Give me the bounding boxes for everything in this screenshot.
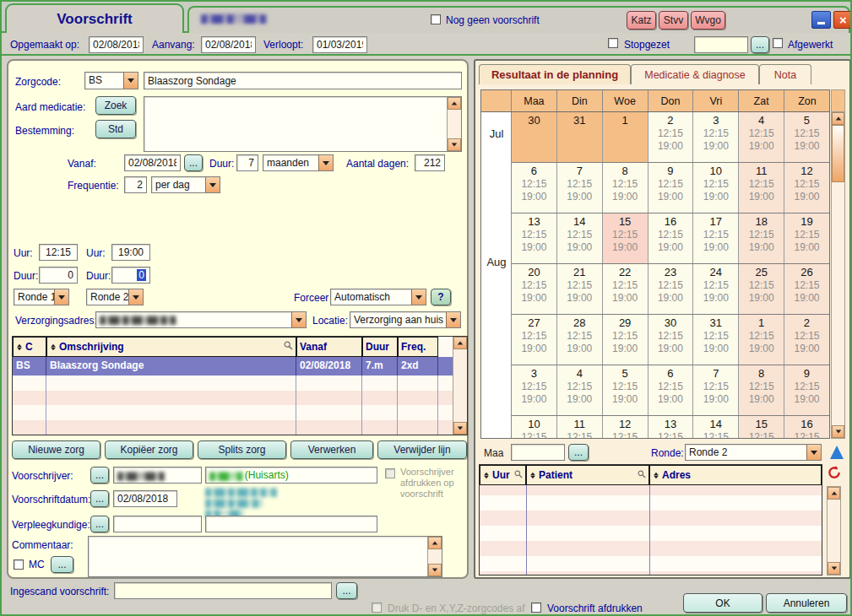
voorschrijver-field[interactable]: ▓▒▓▓▒▒▓▓▒▓ <box>113 467 202 484</box>
calendar-day-cell[interactable]: 31 <box>557 112 603 162</box>
calendar-day-cell[interactable]: 1412:1519:00 <box>557 213 603 263</box>
voorschriftdatum-field[interactable] <box>113 490 177 507</box>
voorschrift-afdrukken-checkbox[interactable] <box>531 602 541 613</box>
calendar-day-cell[interactable]: 412:1519:00 <box>739 112 784 162</box>
verpleegkundige-browse-button[interactable]: ... <box>90 516 109 532</box>
ronde-dropdown[interactable]: Ronde 2 <box>685 444 822 461</box>
scroll-down-icon[interactable] <box>453 422 467 435</box>
chevron-down-icon[interactable] <box>123 73 138 89</box>
calendar-day-cell[interactable]: 1112:1519:00 <box>557 416 603 439</box>
ronde1-dropdown[interactable]: Ronde 1 <box>14 289 69 305</box>
tab-medicatie-diagnose[interactable]: Medicatie & diagnose <box>631 64 759 84</box>
calendar-day-cell[interactable]: 2012:1519:00 <box>512 264 557 314</box>
chevron-down-icon[interactable] <box>411 289 426 305</box>
ingescand-field[interactable] <box>114 582 332 599</box>
zorg-selected-row[interactable]: BS Blaaszorg Sondage 02/08/2018 7.m 2xd <box>13 357 467 376</box>
locatie-dropdown[interactable]: Verzorging aan huis <box>350 311 461 328</box>
minimize-button[interactable] <box>811 11 831 29</box>
opgemaakt-field[interactable] <box>89 36 144 53</box>
splits-zorg-button[interactable]: Splits zorg <box>198 440 286 459</box>
calendar-day-cell[interactable]: 2712:1519:00 <box>512 315 557 365</box>
close-button[interactable]: × <box>833 11 852 29</box>
calendar-day-cell[interactable]: 512:1519:00 <box>784 112 829 162</box>
calendar-day-cell[interactable]: 1612:1519:00 <box>648 213 694 263</box>
calendar-day-cell[interactable]: 2312:1519:00 <box>648 264 694 314</box>
duur-field[interactable] <box>236 154 258 171</box>
refresh-icon[interactable] <box>828 466 841 483</box>
filter-triangle-icon[interactable] <box>830 446 844 459</box>
stopgezet-checkbox[interactable] <box>608 38 618 48</box>
calendar-day-cell[interactable]: 1 <box>603 112 648 162</box>
mc-checkbox[interactable] <box>14 559 24 570</box>
scroll-up-icon[interactable] <box>828 487 840 500</box>
calendar-day-cell[interactable]: 412:1519:00 <box>557 365 603 415</box>
zorgcode-dropdown[interactable]: BS <box>84 72 138 89</box>
calendar-day-cell[interactable]: 1712:1519:00 <box>693 213 739 263</box>
verpleegkundige-field-1[interactable] <box>113 516 202 532</box>
verzorgingsadres-dropdown[interactable]: ▓▒▓▓▒▓▒▓▓ ▒▓▓▒▓▒▓. <box>95 311 307 328</box>
planning-col-uur[interactable]: Uur <box>480 465 526 485</box>
calendar-day-cell[interactable]: 1612:1519:00 <box>784 416 829 439</box>
zoek-button[interactable]: Zoek <box>95 96 136 115</box>
afgewerkt-checkbox[interactable] <box>773 38 783 48</box>
kopieer-zorg-button[interactable]: Kopiëer zorg <box>105 440 193 459</box>
calendar-day-cell[interactable]: 112:1519:00 <box>739 315 784 365</box>
calendar-day-cell[interactable]: 2412:1519:00 <box>693 264 739 314</box>
calendar-day-cell[interactable]: 812:1519:00 <box>739 365 784 415</box>
zorg-col-freq[interactable]: Freq. <box>398 337 438 357</box>
ronde2-dropdown[interactable]: Ronde 2 <box>86 289 144 305</box>
tab-resultaat-planning[interactable]: Resultaat in de planning <box>479 64 631 84</box>
chevron-down-icon[interactable] <box>128 289 143 305</box>
calendar-day-cell[interactable]: 512:1519:00 <box>603 365 648 415</box>
calendar-day-cell[interactable]: 312:1519:00 <box>512 365 557 415</box>
duur1-field[interactable] <box>39 267 78 284</box>
nog-geen-voorschrift-checkbox[interactable] <box>431 14 441 24</box>
planning-col-adres[interactable]: Adres <box>649 465 822 485</box>
calendar-day-cell[interactable]: 212:1519:00 <box>648 112 694 162</box>
calendar-day-cell[interactable]: 912:1519:00 <box>784 365 829 415</box>
duur2-field[interactable]: 0 <box>111 267 150 284</box>
aanvang-field[interactable] <box>201 36 256 53</box>
voorschrijver-afdrukken-checkbox[interactable] <box>385 468 395 478</box>
chevron-down-icon[interactable] <box>205 177 220 192</box>
chevron-down-icon[interactable] <box>806 445 821 460</box>
calendar-day-cell[interactable]: 912:1519:00 <box>648 163 694 213</box>
wvgo-button[interactable]: Wvgo <box>691 11 725 30</box>
tab-voorschrift[interactable]: Voorschrift <box>5 3 184 33</box>
scroll-down-icon[interactable] <box>448 138 461 151</box>
zorg-col-duur[interactable]: Duur <box>362 337 398 357</box>
scroll-down-icon[interactable] <box>832 425 844 438</box>
aantal-dagen-field[interactable] <box>415 154 445 171</box>
mc-browse-button[interactable]: ... <box>51 556 73 573</box>
scroll-down-icon[interactable] <box>428 564 442 576</box>
chevron-down-icon[interactable] <box>318 155 333 170</box>
scroll-up-icon[interactable] <box>448 97 461 110</box>
scroll-up-icon[interactable] <box>453 337 467 349</box>
maa-field[interactable] <box>511 444 565 461</box>
calendar-day-cell[interactable]: 712:1519:00 <box>693 365 739 415</box>
tab-nota[interactable]: Nota <box>759 64 811 84</box>
vanaf-browse-button[interactable]: ... <box>184 154 203 171</box>
std-button[interactable]: Std <box>95 120 136 138</box>
calendar-day-cell[interactable]: 2512:1519:00 <box>739 264 784 314</box>
calendar-day-cell[interactable]: 1112:1519:00 <box>739 163 784 213</box>
verwerken-button[interactable]: Verwerken <box>290 440 373 459</box>
vanaf-field[interactable] <box>124 154 181 171</box>
ingescand-browse-button[interactable]: ... <box>336 582 357 599</box>
frequentie-unit-dropdown[interactable]: per dag <box>151 176 220 193</box>
zorg-col-omschrijving[interactable]: Omschrijving <box>46 337 296 357</box>
calendar-day-cell[interactable]: 2112:1519:00 <box>557 264 603 314</box>
ok-button[interactable]: OK <box>683 593 762 613</box>
verwijder-lijn-button[interactable]: Verwijder lijn <box>377 440 467 459</box>
medicatie-scrollbar[interactable] <box>447 97 461 151</box>
calendar-day-cell[interactable]: 812:1519:00 <box>603 163 648 213</box>
calendar-day-cell[interactable]: 1312:1519:00 <box>512 213 557 263</box>
commentaar-textarea[interactable] <box>88 536 442 577</box>
calendar-day-cell[interactable]: 2212:1519:00 <box>603 264 648 314</box>
calendar-day-cell[interactable]: 612:1519:00 <box>648 365 694 415</box>
voorschrijver-name-field[interactable]: ▓▒▓▓▒▒▓ (Huisarts) <box>205 467 377 484</box>
chevron-down-icon[interactable] <box>291 312 306 327</box>
calendar-day-cell[interactable]: 3112:1519:00 <box>693 315 739 365</box>
calendar-day-cell[interactable]: 1512:1519:00 <box>603 213 648 263</box>
uur1-field[interactable] <box>39 244 78 261</box>
